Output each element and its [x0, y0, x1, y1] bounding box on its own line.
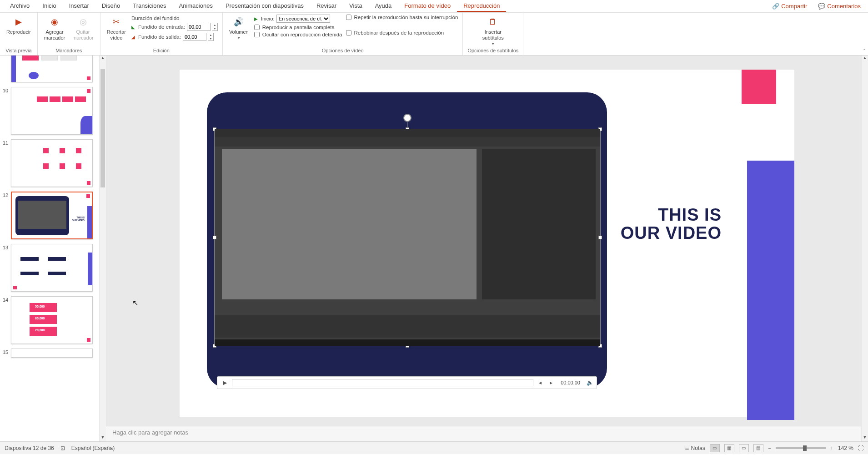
menu-bar: Archivo Inicio Insertar Diseño Transicio… — [0, 0, 868, 13]
fade-in-label: Fundido de entrada: — [138, 24, 185, 30]
slide[interactable]: ▶ ◂ ▸ 00:00,00 🔈 THIS ISOUR VIDEO — [180, 70, 794, 417]
fade-out-spinner[interactable]: ▲▼ — [208, 33, 214, 41]
zoom-out-button[interactable]: − — [768, 445, 771, 451]
ribbon-group-video-options: 🔊 Volumen ▼ ▶ Inicio: En secuencia de cl… — [223, 13, 463, 55]
remove-bookmark-button[interactable]: ◎ Quitar marcador — [70, 15, 95, 42]
volume-icon: 🔊 — [232, 15, 245, 28]
playbar-track[interactable] — [232, 379, 533, 386]
status-language[interactable]: Español (España) — [71, 445, 115, 451]
rotate-handle[interactable] — [403, 114, 411, 122]
chevron-down-icon: ▼ — [237, 36, 241, 40]
fit-to-window-button[interactable]: ⛶ — [858, 445, 863, 451]
slide-thumb-selected[interactable]: 12 ✶ THIS ISOUR VIDEO — [3, 192, 96, 239]
video-object[interactable] — [214, 129, 601, 346]
trim-video-button[interactable]: ✂ Recortar vídeo — [105, 15, 128, 42]
zoom-in-button[interactable]: + — [830, 445, 833, 451]
trim-icon: ✂ — [110, 15, 123, 28]
decoration-blue-rect — [747, 161, 794, 420]
ribbon-group-captions: 🗒 Insertar subtítulos ▼ Opciones de subt… — [463, 13, 523, 55]
ribbon-collapse-icon[interactable]: ⌃ — [863, 48, 866, 53]
start-select[interactable]: En secuencia de cl... — [276, 15, 330, 23]
fade-out-label: Fundido de salida: — [138, 34, 181, 40]
start-icon: ▶ — [254, 16, 258, 21]
menu-transitions[interactable]: Transiciones — [126, 0, 172, 12]
slide-thumb[interactable] — [3, 56, 96, 82]
share-button[interactable]: 🔗Compartir — [768, 1, 811, 11]
chevron-down-icon: ▼ — [491, 42, 495, 46]
status-bar: Diapositiva 12 de 36 ⊡ Español (España) … — [0, 441, 868, 454]
comment-icon: 💬 — [818, 3, 825, 10]
play-button[interactable]: ▶ Reproducir — [5, 15, 33, 36]
notes-toggle[interactable]: ≣ Notas — [685, 445, 705, 451]
view-slideshow-button[interactable]: ▤ — [753, 444, 763, 452]
menu-view[interactable]: Vista — [343, 0, 369, 12]
bookmark-remove-icon: ◎ — [77, 15, 90, 28]
scrollbar-thumb[interactable] — [100, 69, 105, 187]
notes-pane[interactable]: Haga clic para agregar notas — [106, 426, 868, 441]
slide-thumb[interactable]: 11 — [3, 139, 96, 187]
share-icon: 🔗 — [772, 3, 779, 10]
fade-title: Duración del fundido — [131, 15, 218, 21]
scroll-up-icon[interactable]: ▲ — [862, 56, 868, 62]
slide-thumb[interactable]: 13 — [3, 244, 96, 292]
bookmark-add-icon: ◉ — [48, 15, 61, 28]
menu-review[interactable]: Revisar — [310, 0, 343, 12]
slide-title[interactable]: THIS ISOUR VIDEO — [621, 206, 722, 243]
loop-label: Repetir la reproducción hasta su interru… — [354, 15, 458, 20]
playbar-step-back-button[interactable]: ◂ — [536, 379, 544, 386]
zoom-level[interactable]: 142 % — [838, 445, 853, 451]
volume-button[interactable]: 🔊 Volumen ▼ — [227, 15, 251, 41]
thumbnail-panel: 10 11 — [0, 56, 106, 441]
scroll-down-icon[interactable]: ▼ — [862, 435, 868, 441]
video-playbar: ▶ ◂ ▸ 00:00,00 🔈 — [217, 376, 597, 389]
loop-checkbox[interactable] — [346, 15, 351, 20]
menu-playback[interactable]: Reproducción — [457, 0, 506, 12]
menu-video-format[interactable]: Formato de vídeo — [398, 0, 457, 12]
decoration-pink-square — [742, 70, 776, 104]
scroll-down-icon[interactable]: ▼ — [100, 435, 106, 441]
scroll-up-icon[interactable]: ▲ — [100, 56, 106, 62]
hide-checkbox[interactable] — [254, 32, 260, 37]
fade-in-input[interactable] — [187, 23, 211, 31]
add-bookmark-button[interactable]: ◉ Agregar marcador — [42, 15, 67, 42]
resize-handle[interactable] — [598, 236, 602, 239]
menu-help[interactable]: Ayuda — [369, 0, 398, 12]
slide-thumb[interactable]: 14 50,000 80,000 20,000 — [3, 296, 96, 344]
status-slide-number: Diapositiva 12 de 36 — [5, 445, 54, 451]
fullscreen-checkbox[interactable] — [254, 25, 260, 30]
play-icon: ▶ — [12, 15, 25, 28]
work-area: 10 11 — [0, 56, 868, 441]
menu-insert[interactable]: Insertar — [63, 0, 95, 12]
ribbon: ▶ Reproducir Vista previa ◉ Agregar marc… — [0, 13, 868, 56]
view-normal-button[interactable]: ▭ — [710, 444, 720, 452]
slide-thumb[interactable]: 15 — [3, 349, 96, 358]
ribbon-group-preview: ▶ Reproducir Vista previa — [0, 13, 38, 55]
rewind-label: Rebobinar después de la reproducción — [354, 30, 444, 35]
menu-design[interactable]: Diseño — [95, 0, 126, 12]
mouse-cursor-icon: ↖ — [132, 298, 138, 307]
menu-slideshow[interactable]: Presentación con diapositivas — [219, 0, 310, 12]
zoom-slider[interactable] — [776, 447, 826, 449]
rewind-checkbox[interactable] — [346, 30, 351, 35]
view-reading-button[interactable]: ▭ — [739, 444, 749, 452]
canvas-scrollbar[interactable]: ▲ ▼ — [861, 56, 868, 441]
ribbon-group-editing: ✂ Recortar vídeo Duración del fundido ◣ … — [100, 13, 223, 55]
captions-icon: 🗒 — [487, 15, 499, 28]
playbar-step-fwd-button[interactable]: ▸ — [547, 379, 555, 386]
fade-out-icon: ◢ — [131, 35, 135, 40]
playbar-time: 00:00,00 — [558, 380, 583, 385]
resize-handle[interactable] — [213, 236, 216, 239]
menu-home[interactable]: Inicio — [36, 0, 62, 12]
playbar-play-button[interactable]: ▶ — [220, 379, 229, 386]
playbar-volume-button[interactable]: 🔈 — [586, 379, 594, 386]
accessibility-icon[interactable]: ⊡ — [60, 445, 65, 451]
view-sorter-button[interactable]: ▦ — [724, 444, 734, 452]
fade-in-spinner[interactable]: ▲▼ — [212, 23, 218, 31]
insert-captions-button[interactable]: 🗒 Insertar subtítulos ▼ — [481, 15, 506, 47]
comments-button[interactable]: 💬Comentarios — [814, 1, 864, 11]
thumbnails-scrollbar[interactable]: ▲ ▼ — [99, 56, 106, 441]
menu-file[interactable]: Archivo — [4, 0, 36, 12]
menu-animations[interactable]: Animaciones — [172, 0, 219, 12]
fade-out-input[interactable] — [183, 33, 206, 41]
slide-thumb[interactable]: 10 — [3, 87, 96, 135]
